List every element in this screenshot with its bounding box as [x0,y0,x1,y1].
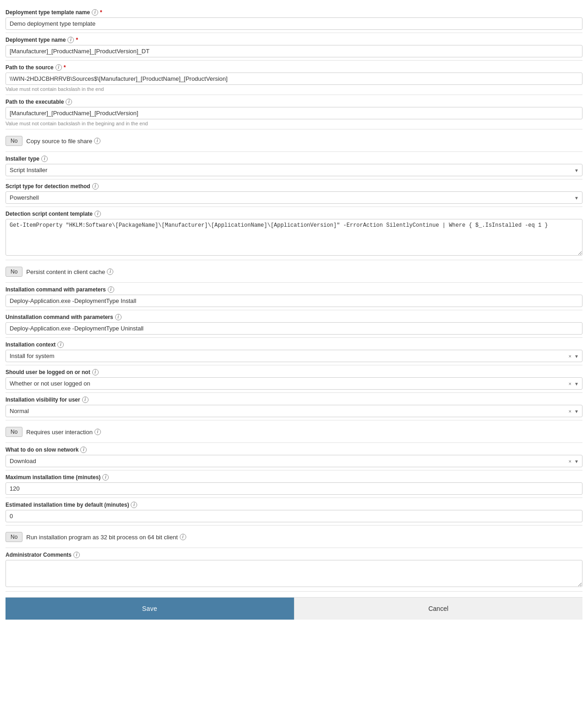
info-icon-path-exec: i [66,99,72,105]
input-uninstallation-command[interactable] [6,322,582,335]
info-icon-install-visibility: i [82,397,89,403]
field-path-to-source: Path to the source i * Value must not co… [6,61,582,95]
label-uninstallation-command: Uninstallation command with parameters i [6,314,582,320]
field-estimated-install-time: Estimated installation time by default (… [6,498,582,526]
footer-buttons: Save Cancel [6,597,582,620]
info-icon-detection-script: i [94,211,101,217]
info-icon-install-cmd: i [108,286,114,293]
info-icon-installer-type: i [41,156,48,162]
form-container: Deployment type template name i * Deploy… [0,0,588,620]
label-run-as-32bit: Run installation program as 32 bit proce… [26,534,186,541]
cancel-button[interactable]: Cancel [294,598,583,620]
info-icon-slow-network: i [80,447,87,453]
select-installation-context[interactable]: Install for system Install for user [6,350,582,362]
field-max-install-time: Maximum installation time (minutes) i [6,470,582,498]
info-icon-admin-comments: i [73,552,80,558]
toggle-row-copy-source: No Copy source to file share i [6,133,582,149]
info-icon-script-type: i [92,183,99,190]
toggle-run-as-32bit[interactable]: No [6,532,22,542]
label-installation-context: Installation context i [6,341,582,348]
info-icon-dt-name: i [67,37,74,43]
label-admin-comments: Administrator Comments i [6,552,582,558]
info-icon-user-interaction: i [94,429,101,435]
label-script-type: Script type for detection method i [6,183,582,190]
select-install-visibility[interactable]: Normal Hidden Minimized [6,405,582,417]
toggle-persist-content[interactable]: No [6,267,22,277]
field-admin-comments: Administrator Comments i [6,548,582,592]
select-slow-network[interactable]: Download Do not run Download from distri… [6,455,582,467]
field-user-logged-on: Should user be logged on or not i Whethe… [6,365,582,393]
field-requires-user-interaction: No Requires user interaction i [6,420,582,443]
field-script-type: Script type for detection method i Power… [6,179,582,207]
select-wrapper-slow-network: Download Do not run Download from distri… [6,455,582,467]
label-installer-type: Installer type i [6,156,582,162]
field-installer-type: Installer type i Script Installer MSI Ap… [6,152,582,179]
input-estimated-install-time[interactable] [6,510,582,522]
toggle-copy-source[interactable]: No [6,136,22,146]
input-deployment-type-template-name[interactable] [6,17,582,30]
label-max-install-time: Maximum installation time (minutes) i [6,474,582,481]
info-icon-path-source: i [55,64,62,71]
label-copy-source: Copy source to file share i [26,138,100,145]
label-detection-script: Detection script content template i [6,211,582,217]
select-script-type[interactable]: Powershell VBScript JScript [6,191,582,204]
toggle-requires-user-interaction[interactable]: No [6,427,22,437]
toggle-row-user-interaction: No Requires user interaction i [6,424,582,440]
field-persist-content: No Persist content in client cache i [6,260,582,283]
info-icon-estimated-install-time: i [131,502,137,508]
input-path-to-executable[interactable] [6,107,582,119]
field-deployment-type-template-name: Deployment type template name i * [6,6,582,33]
hint-path-to-source: Value must not contain backslash in the … [6,86,582,92]
info-icon-persist-content: i [107,268,113,275]
label-install-visibility: Installation visibility for user i [6,397,582,403]
input-deployment-type-name[interactable] [6,45,582,57]
label-slow-network: What to do on slow network i [6,447,582,453]
label-user-logged-on: Should user be logged on or not i [6,369,582,375]
hint-path-to-executable: Value must not contain backslash in the … [6,121,582,126]
field-install-visibility: Installation visibility for user i Norma… [6,393,582,420]
field-run-as-32bit: No Run installation program as 32 bit pr… [6,526,582,548]
label-path-to-executable: Path to the executable i [6,99,582,105]
info-icon-template-name: i [92,9,98,16]
field-deployment-type-name: Deployment type name i * [6,33,582,61]
info-icon-copy-source: i [94,138,100,144]
label-installation-command: Installation command with parameters i [6,286,582,293]
label-path-to-source: Path to the source i * [6,64,582,71]
label-requires-user-interaction: Requires user interaction i [26,429,101,436]
select-wrapper-user-logged: Whether or not user logged on Yes No × ▼ [6,377,582,390]
field-installation-command: Installation command with parameters i [6,283,582,310]
save-button[interactable]: Save [6,598,294,620]
info-icon-run-32bit: i [180,534,186,540]
textarea-detection-script[interactable]: Get-ItemProperty "HKLM:Software\[Package… [6,219,582,256]
select-wrapper-script-type: Powershell VBScript JScript ▼ [6,191,582,204]
select-wrapper-install-visibility: Normal Hidden Minimized × ▼ [6,405,582,417]
field-uninstallation-command: Uninstallation command with parameters i [6,310,582,338]
toggle-row-run-32bit: No Run installation program as 32 bit pr… [6,529,582,545]
select-wrapper-install-context: Install for system Install for user × ▼ [6,350,582,362]
input-installation-command[interactable] [6,295,582,307]
label-deployment-type-template-name: Deployment type template name i * [6,9,582,16]
select-user-logged-on[interactable]: Whether or not user logged on Yes No [6,377,582,390]
field-installation-context: Installation context i Install for syste… [6,338,582,365]
field-copy-source: No Copy source to file share i [6,129,582,152]
toggle-row-persist-content: No Persist content in client cache i [6,264,582,280]
field-path-to-executable: Path to the executable i Value must not … [6,95,582,129]
info-icon-install-context: i [57,341,64,348]
select-installer-type[interactable]: Script Installer MSI AppV Other [6,164,582,176]
select-wrapper-installer-type: Script Installer MSI AppV Other ▼ [6,164,582,176]
info-icon-uninstall-cmd: i [115,314,122,320]
label-estimated-install-time: Estimated installation time by default (… [6,502,582,508]
input-path-to-source[interactable] [6,73,582,85]
input-max-install-time[interactable] [6,482,582,495]
label-persist-content: Persist content in client cache i [26,268,113,275]
field-detection-script: Detection script content template i Get-… [6,207,582,260]
label-deployment-type-name: Deployment type name i * [6,37,582,43]
field-slow-network: What to do on slow network i Download Do… [6,443,582,470]
textarea-admin-comments[interactable] [6,560,582,587]
info-icon-max-install-time: i [102,474,109,481]
info-icon-user-logged: i [92,369,99,375]
